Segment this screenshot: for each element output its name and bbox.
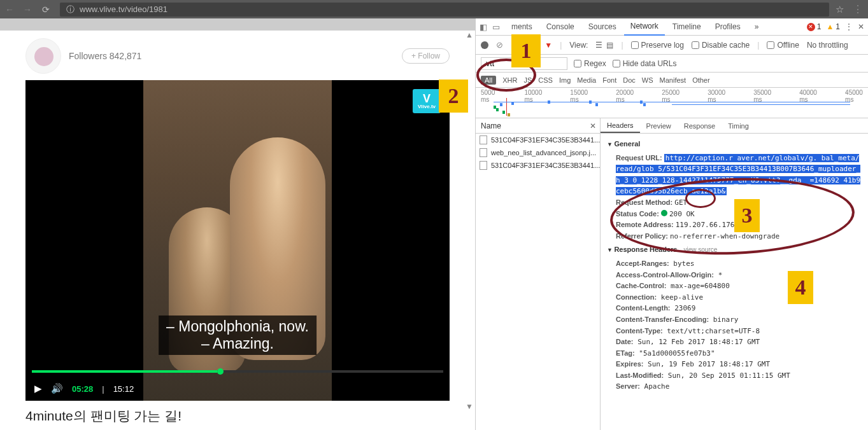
request-row[interactable]: 531C04F3F31EF34C35E3B3441...: [476, 159, 600, 172]
header-line: Server: Apache: [607, 381, 862, 392]
back-icon[interactable]: ←: [5, 4, 14, 15]
filter-other[interactable]: Other: [692, 76, 710, 84]
page-content: Followers 842,871 + Follow V Vlive.tv – …: [0, 18, 475, 430]
request-list: Name✕ 531C04F3F31EF34C35E3B3441...web_ne…: [476, 118, 601, 430]
filter-manifest[interactable]: Manifest: [660, 76, 687, 84]
browser-chrome: ← → ⟳ ⓘ www.vlive.tv/video/1981 ☆ ⋮: [0, 0, 868, 18]
detail-tab-preview[interactable]: Preview: [640, 120, 678, 132]
network-toolbar: ⊘ | ▣ | ▼ | View: ☰▤ | Preserve log Disa…: [476, 36, 868, 55]
small-view-icon[interactable]: ▤: [606, 41, 613, 50]
tab-console[interactable]: Console: [540, 18, 581, 35]
header-line: Content-Type: text/vtt;charset=UTF-8: [607, 326, 862, 337]
general-section[interactable]: General: [607, 139, 862, 150]
filter-doc[interactable]: Doc: [623, 76, 636, 84]
scroll-up-icon[interactable]: ▲: [466, 31, 473, 39]
channel-avatar[interactable]: [25, 38, 61, 74]
header-line: Connection: keep-alive: [607, 292, 862, 303]
device-icon[interactable]: ▭: [492, 22, 500, 32]
file-icon: [480, 148, 487, 157]
filter-font[interactable]: Font: [602, 76, 616, 84]
header-line: Cache-Control: max-age=604800: [607, 281, 862, 292]
info-icon[interactable]: ⓘ: [66, 4, 75, 15]
url-bar[interactable]: ⓘ www.vlive.tv/video/1981: [60, 3, 829, 17]
follow-button[interactable]: + Follow: [402, 48, 450, 64]
tab-timeline[interactable]: Timeline: [666, 18, 708, 35]
close-details-icon[interactable]: ✕: [590, 121, 596, 130]
play-icon[interactable]: ▶: [34, 383, 42, 394]
error-badge[interactable]: ✕1: [807, 22, 822, 31]
video-caption: – Mongolphonia, now. – Amazing.: [159, 316, 317, 355]
view-label: View:: [569, 41, 588, 50]
total-time: 15:12: [113, 384, 134, 394]
tab-more[interactable]: »: [748, 18, 765, 35]
tab-sources[interactable]: Sources: [582, 18, 623, 35]
menu-dots-icon[interactable]: ⋮: [853, 3, 863, 15]
large-view-icon[interactable]: ☰: [595, 41, 602, 50]
followers-count: Followers 842,871: [69, 51, 141, 61]
filter-media[interactable]: Media: [577, 76, 596, 84]
name-header[interactable]: Name: [481, 121, 501, 130]
record-icon[interactable]: [481, 41, 488, 49]
header-line: Last-Modified: Sun, 20 Sep 2015 01:11:15…: [607, 370, 862, 382]
disable-cache-checkbox[interactable]: Disable cache: [692, 41, 750, 50]
file-icon: [480, 161, 487, 170]
scroll-down-icon[interactable]: ▼: [466, 402, 473, 411]
header-line: Date: Sun, 12 Feb 2017 18:48:17 GMT: [607, 336, 862, 348]
forward-icon[interactable]: →: [23, 4, 32, 15]
filter-img[interactable]: Img: [559, 76, 571, 84]
url-text: www.vlive.tv/video/1981: [80, 4, 167, 14]
clear-icon[interactable]: ⊘: [496, 40, 503, 50]
devtools-settings-icon[interactable]: ⋮: [845, 22, 853, 31]
hide-urls-checkbox[interactable]: Hide data URLs: [613, 59, 677, 68]
header-line: ETag: "5a1d000055fe07b3": [607, 348, 862, 359]
top-gray-bar: [0, 18, 475, 31]
annotation-circle-3: [685, 189, 716, 208]
throttle-select[interactable]: No throttling: [807, 41, 848, 50]
filter-css[interactable]: CSS: [538, 76, 553, 84]
volume-icon[interactable]: 🔊: [51, 383, 63, 394]
detail-tab-timing[interactable]: Timing: [722, 120, 755, 132]
reload-icon[interactable]: ⟳: [42, 4, 50, 15]
request-row[interactable]: 531C04F3F31EF34C35E3B3441...: [476, 134, 600, 146]
tab-profiles[interactable]: Profiles: [709, 18, 747, 35]
bookmark-star-icon[interactable]: ☆: [836, 4, 844, 15]
vlive-badge: V Vlive.tv: [413, 89, 441, 113]
filter-icon[interactable]: ▼: [544, 41, 552, 50]
regex-checkbox[interactable]: Regex: [574, 59, 606, 68]
header-line: Accept-Ranges: bytes: [607, 258, 862, 270]
header-line: Expires: Sun, 19 Feb 2017 18:48:17 GMT: [607, 359, 862, 370]
detail-tab-response[interactable]: Response: [678, 120, 722, 132]
devtools-close-icon[interactable]: ✕: [858, 22, 864, 31]
current-time: 05:28: [72, 384, 93, 394]
filter-ws[interactable]: WS: [642, 76, 653, 84]
file-icon: [480, 135, 487, 144]
header-line: Access-Control-Allow-Origin: *: [607, 270, 862, 281]
progress-thumb[interactable]: [217, 368, 224, 375]
offline-checkbox[interactable]: Offline: [767, 41, 799, 50]
capture-icon[interactable]: ▣: [520, 41, 527, 50]
detail-tab-headers[interactable]: Headers: [601, 119, 640, 133]
annotation-oval-1: [476, 59, 536, 92]
progress-bar[interactable]: [32, 370, 443, 373]
network-timeline[interactable]: 5000 ms10000 ms15000 ms20000 ms25000 ms3…: [476, 88, 868, 118]
video-title: 4minute의 팬미팅 가는 길!: [25, 407, 450, 425]
video-player[interactable]: V Vlive.tv – Mongolphonia, now. – Amazin…: [25, 80, 450, 401]
header-line: Content-Transfer-Encoding: binary: [607, 314, 862, 326]
request-details: Headers Preview Response Timing General …: [601, 118, 868, 430]
tab-network[interactable]: Network: [624, 18, 665, 36]
warning-badge[interactable]: ▲1: [826, 22, 840, 31]
preserve-log-checkbox[interactable]: Preserve log: [631, 41, 684, 50]
devtools-tabs: ◧ ▭ ments Console Sources Network Timeli…: [476, 18, 868, 36]
request-row[interactable]: web_neo_list_advanced_jsonp.j...: [476, 146, 600, 159]
tab-elements[interactable]: ments: [505, 18, 539, 35]
header-line: Content-Length: 23069: [607, 303, 862, 314]
dock-icon[interactable]: ◧: [480, 22, 487, 32]
